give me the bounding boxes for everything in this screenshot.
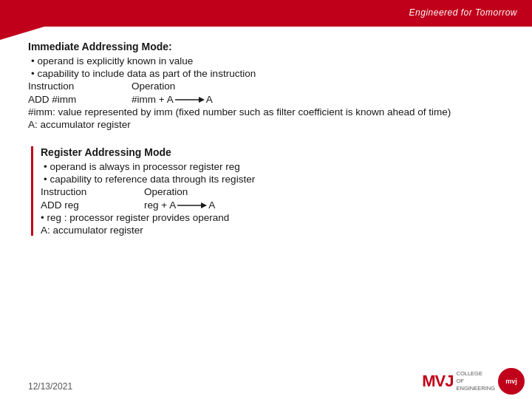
college-text: COLLEGEOFENGINEERING: [456, 370, 495, 392]
section1-op-right: A: [206, 94, 213, 105]
logo-icon: mvj: [498, 368, 525, 395]
section1-col1-header: Instruction: [28, 81, 132, 92]
section2-bullet2: • capability to reference data through i…: [44, 174, 517, 185]
section1-note1: #imm: value represented by imm (fixed nu…: [28, 106, 517, 117]
logo-area: MVJ COLLEGEOFENGINEERING mvj: [422, 368, 525, 395]
section2-note1: • reg : processor register provides oper…: [41, 212, 517, 223]
section1-note2: A: accumulator register: [28, 119, 517, 130]
section2-op-right: A: [208, 200, 215, 211]
section1-title: Immediate Addressing Mode:: [28, 41, 517, 52]
footer-date: 12/13/2021: [28, 381, 72, 392]
section1-col2-header: Operation: [132, 81, 175, 92]
section2-col1-header: Instruction: [41, 186, 144, 197]
logo-icon-inner: mvj: [505, 378, 517, 386]
section-register: Register Addressing Mode • operand is al…: [31, 146, 517, 236]
section-immediate: Immediate Addressing Mode: • operand is …: [28, 41, 517, 130]
section2-note2: A: accumulator register: [41, 225, 517, 236]
slogan-text: Engineered for Tomorrow: [409, 7, 517, 18]
section2-title: Register Addressing Mode: [41, 146, 517, 158]
mvj-text: MVJ: [422, 372, 453, 391]
section2-bullet1: • operand is always in processor registe…: [44, 161, 517, 172]
section1-instruction: ADD #imm: [28, 94, 132, 105]
section1-bullet1: • operand is explicitly known in value: [31, 55, 517, 66]
date-text: 12/13/2021: [28, 381, 72, 392]
section1-op-left: #imm + A: [132, 94, 174, 105]
top-bar: Engineered for Tomorrow: [0, 0, 532, 27]
section1-arrow: [174, 95, 206, 105]
section1-bullet2: • capability to include data as part of …: [31, 68, 517, 79]
section1-table-header: Instruction Operation: [28, 81, 517, 92]
top-bar-triangle: [0, 27, 44, 40]
section2-operation: reg + A A: [144, 200, 215, 211]
section2-op-left: reg + A: [144, 200, 176, 211]
svg-marker-1: [199, 97, 205, 103]
section2-instruction: ADD reg: [41, 200, 144, 211]
section2-col2-header: Operation: [144, 186, 188, 197]
section2-arrow: [176, 200, 208, 211]
section2-table-row: ADD reg reg + A A: [41, 200, 517, 211]
section1-operation: #imm + A A: [132, 94, 213, 105]
svg-marker-3: [201, 202, 207, 208]
mvj-name: MVJ: [422, 372, 453, 391]
section2-table-header: Instruction Operation: [41, 186, 517, 197]
main-content: Immediate Addressing Mode: • operand is …: [28, 41, 517, 355]
section1-table-row: ADD #imm #imm + A A: [28, 94, 517, 105]
